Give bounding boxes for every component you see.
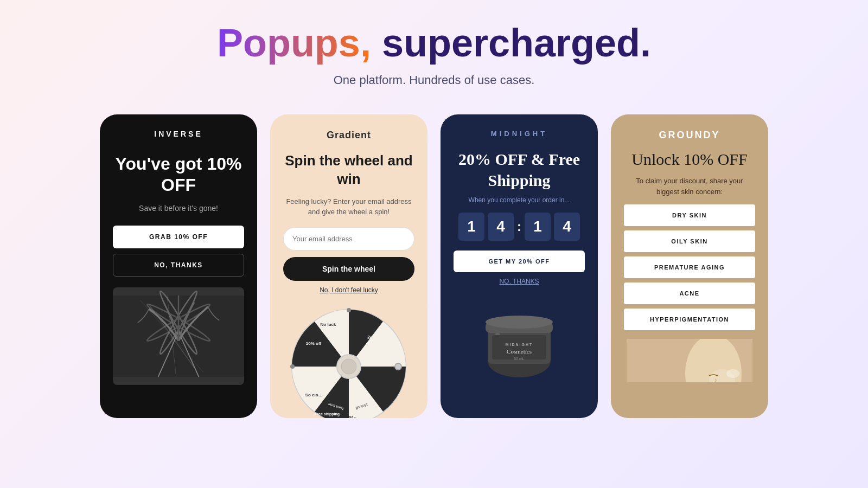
svg-point-26: [486, 316, 553, 329]
groundy-option-premature[interactable]: PREMATURE AGING: [624, 256, 755, 278]
midnight-cta-secondary[interactable]: NO, THANKS: [499, 278, 539, 285]
countdown-d1: 1: [458, 213, 484, 241]
cosmetics-jar: MIDNIGHT Cosmetics 50 mL: [476, 296, 563, 383]
hero-title: Popups, supercharged.: [217, 22, 651, 65]
card-groundy: GROUNDY Unlock 10% OFF To claim your dis…: [611, 114, 768, 418]
gradient-cta-primary[interactable]: Spin the wheel: [283, 257, 414, 281]
svg-rect-27: [492, 335, 546, 359]
cards-row: INVERSE You've got 10% OFF Save it befor…: [33, 114, 835, 418]
card-gradient: Gradient Spin the wheel and win Feeling …: [270, 114, 427, 418]
gradient-headline: Spin the wheel and win: [283, 152, 414, 189]
gradient-brand: Gradient: [327, 130, 371, 141]
countdown-d2: 4: [488, 213, 514, 241]
svg-point-35: [726, 369, 739, 378]
svg-text:MIDNIGHT: MIDNIGHT: [506, 343, 533, 346]
groundy-photo: [624, 339, 755, 382]
inverse-headline: You've got 10% OFF: [113, 153, 244, 195]
svg-text:Free shipping: Free shipping: [315, 412, 340, 416]
groundy-option-acne[interactable]: ACNE: [624, 282, 755, 304]
countdown-m2: 4: [554, 213, 580, 241]
hero-title-popups: Popups,: [217, 21, 371, 65]
inverse-subtext: Save it before it's gone!: [139, 204, 218, 213]
midnight-brand: MIDNIGHT: [491, 130, 547, 138]
groundy-brand: GROUNDY: [659, 130, 720, 141]
groundy-subtext: To claim your discount, share your bigge…: [624, 176, 755, 197]
hero-title-supercharged: supercharged.: [371, 21, 651, 65]
gradient-email-input[interactable]: [283, 227, 414, 251]
groundy-option-dry[interactable]: DRY SKIN: [624, 204, 755, 226]
spin-wheel: 20% off Almost 25% off Not quite Free sh…: [289, 307, 409, 418]
midnight-subtext: When you complete your order in...: [469, 196, 570, 204]
gradient-subtext: Feeling lucky? Enter your email address …: [283, 196, 414, 217]
countdown-row: 1 4 : 1 4: [458, 213, 580, 241]
svg-text:So clo...: So clo...: [305, 393, 322, 397]
inverse-cta-secondary[interactable]: NO, THANKS: [113, 254, 244, 277]
gradient-cta-secondary[interactable]: No, I don't feel lucky: [320, 286, 378, 294]
card-inverse: INVERSE You've got 10% OFF Save it befor…: [100, 114, 257, 418]
countdown-colon: :: [517, 219, 521, 234]
midnight-cta-primary[interactable]: GET MY 20% OFF: [454, 251, 585, 272]
countdown-m1: 1: [525, 213, 551, 241]
groundy-option-oily[interactable]: OILY SKIN: [624, 230, 755, 252]
hero-subtitle: One platform. Hundreds of use cases.: [334, 73, 535, 87]
svg-text:50 mL: 50 mL: [514, 357, 525, 361]
card-midnight: MIDNIGHT 20% OFF & Free Shipping When yo…: [441, 114, 598, 418]
inverse-cta-primary[interactable]: GRAB 10% OFF: [113, 226, 244, 248]
groundy-headline: Unlock 10% OFF: [631, 150, 747, 169]
inverse-photo: [113, 287, 244, 385]
svg-text:Cosmetics: Cosmetics: [507, 348, 532, 355]
inverse-brand: INVERSE: [154, 130, 202, 138]
svg-text:10% off: 10% off: [306, 341, 322, 346]
midnight-headline: 20% OFF & Free Shipping: [454, 149, 585, 191]
groundy-option-hyperpigmentation[interactable]: HYPERPIGMENTATION: [624, 309, 755, 330]
svg-point-20: [341, 359, 356, 374]
